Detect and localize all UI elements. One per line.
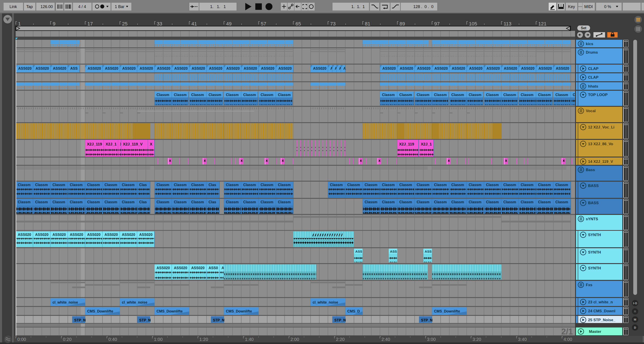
svg-text:65: 65 (296, 21, 301, 26)
svg-text:ASS020: ASS020 (452, 67, 465, 70)
svg-text:4 / 4: 4 / 4 (78, 4, 86, 9)
svg-text:SYNTH: SYNTH (588, 233, 601, 237)
svg-text:Clas: Clas (139, 183, 147, 187)
svg-text:2/1: 2/1 (562, 327, 573, 336)
svg-text:Link: Link (10, 4, 17, 9)
svg-text:Classm: Classm (243, 93, 256, 97)
svg-text:ASS020: ASS020 (140, 67, 153, 70)
svg-text:Classm: Classm (382, 200, 395, 204)
svg-text:Classm: Classm (451, 93, 464, 97)
svg-text:X2J_1: X2J_1 (421, 142, 432, 146)
svg-text:113: 113 (504, 21, 512, 26)
svg-text:2:20: 2:20 (336, 337, 344, 342)
svg-text:Classm: Classm (35, 200, 48, 204)
svg-text:Classm: Classm (417, 93, 430, 97)
svg-text:1 Bar: 1 Bar (115, 4, 124, 9)
svg-text:Classm: Classm (122, 200, 135, 204)
svg-text:Classm: Classm (556, 200, 568, 204)
svg-text:Classm: Classm (434, 200, 447, 204)
svg-text:ASS020: ASS020 (18, 67, 32, 70)
svg-text:Classm: Classm (87, 200, 100, 204)
svg-text:ASS020: ASS020 (191, 266, 205, 270)
svg-text:Classm: Classm (365, 183, 378, 187)
svg-text:Classm: Classm (486, 200, 499, 204)
svg-text:25: 25 (122, 21, 128, 26)
svg-text:ASS020: ASS020 (70, 233, 83, 237)
svg-text:Classm: Classm (556, 93, 568, 97)
svg-text:ASS020: ASS020 (521, 67, 534, 70)
svg-text:STP_N: STP_N (334, 318, 346, 322)
svg-text:ASS020: ASS020 (122, 233, 136, 237)
svg-text:BASS: BASS (588, 184, 598, 188)
svg-text:Classm: Classm (157, 200, 170, 204)
svg-text:Classm: Classm (70, 200, 82, 204)
svg-text:ASS020: ASS020 (313, 67, 326, 70)
svg-text:CLAP: CLAP (588, 75, 598, 80)
svg-text:Classm: Classm (18, 200, 31, 204)
svg-text:Classm: Classm (417, 200, 430, 204)
svg-text:X2J_119_V: X2J_119_V (123, 142, 143, 146)
svg-text:4:00: 4:00 (564, 337, 572, 342)
svg-text:ASS020: ASS020 (139, 233, 152, 237)
svg-text:Classm: Classm (521, 93, 534, 97)
svg-text:cl_white_noise: cl_white_noise (52, 301, 78, 304)
svg-text:Classm: Classm (104, 200, 117, 204)
svg-text:0 %: 0 % (604, 4, 611, 9)
svg-text:Classm: Classm (261, 183, 274, 187)
svg-text:Classm: Classm (174, 93, 186, 97)
svg-text:Classm: Classm (486, 93, 499, 97)
svg-text:ASS020: ASS020 (504, 67, 517, 70)
svg-text:Classm: Classm (278, 183, 291, 187)
svg-text:Classm: Classm (226, 183, 239, 187)
svg-text:1. 1. 1: 1. 1. 1 (210, 4, 226, 9)
svg-text:12 X2J_Voc_Li: 12 X2J_Voc_Li (588, 125, 614, 129)
svg-text:Classm: Classm (382, 183, 395, 187)
svg-text:ASS020: ASS020 (157, 266, 170, 270)
svg-text:Classm: Classm (400, 200, 412, 204)
svg-text:24 CMS_Downl: 24 CMS_Downl (588, 309, 615, 313)
svg-text:0:00: 0:00 (18, 337, 26, 342)
svg-text:ASS020: ASS020 (469, 67, 483, 70)
svg-text:Classm: Classm (104, 183, 117, 187)
svg-text:Classm: Classm (174, 183, 186, 187)
svg-text:Classm: Classm (330, 183, 343, 187)
svg-text:CLAP: CLAP (588, 67, 598, 71)
svg-text:CMS_D: CMS_D (347, 309, 360, 313)
svg-text:CMS_Downlifte: CMS_Downlifte (157, 309, 183, 313)
svg-text:ASS020: ASS020 (18, 233, 31, 237)
svg-text:Classm: Classm (521, 200, 534, 204)
svg-text:126.00: 126.00 (40, 4, 53, 9)
svg-text:ASS020: ASS020 (157, 67, 170, 70)
svg-text:89: 89 (400, 21, 405, 26)
svg-text:73: 73 (330, 21, 336, 26)
svg-text:Classm: Classm (469, 200, 482, 204)
svg-text:CMS_Downlifte: CMS_Downlifte (434, 309, 460, 313)
svg-text:ASS020: ASS020 (538, 67, 552, 70)
svg-text:Classm: Classm (434, 183, 447, 187)
svg-text:X2J_119: X2J_119 (399, 142, 414, 146)
svg-text:A: A (344, 67, 346, 70)
svg-text:Classm: Classm (469, 183, 482, 187)
svg-text:ASS020: ASS020 (400, 67, 413, 70)
svg-text:Classm: Classm (504, 200, 516, 204)
svg-text:Classm: Classm (157, 93, 170, 97)
svg-text:ASS020: ASS020 (52, 233, 66, 237)
svg-text:ASS020: ASS020 (486, 67, 500, 70)
svg-text:Classm: Classm (278, 93, 291, 97)
svg-text:SYNTH: SYNTH (588, 250, 601, 254)
svg-text:Key: Key (568, 4, 575, 9)
svg-text:Classm: Classm (434, 93, 447, 97)
svg-text:ASS020: ASS020 (209, 67, 222, 70)
svg-text:9: 9 (53, 21, 56, 26)
svg-text:STP_N: STP_N (213, 318, 224, 322)
svg-text:Classm: Classm (191, 200, 204, 204)
svg-text:I·O: I·O (633, 302, 637, 305)
svg-text:Fxs: Fxs (586, 283, 592, 287)
svg-text:ASS020: ASS020 (192, 67, 205, 70)
svg-text:Clas: Clas (208, 183, 216, 187)
svg-text:Classm: Classm (52, 183, 65, 187)
svg-text:Classm: Classm (157, 183, 170, 187)
svg-text:Classm: Classm (538, 93, 551, 97)
svg-text:X: X (150, 142, 152, 146)
svg-text:1:00: 1:00 (154, 337, 163, 342)
